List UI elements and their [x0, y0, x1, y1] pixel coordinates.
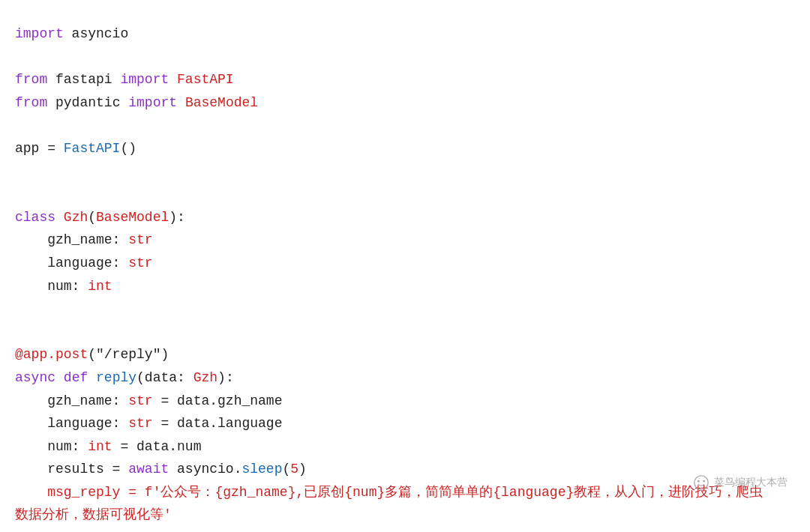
code-token: str — [128, 232, 152, 247]
svg-point-1 — [698, 480, 700, 483]
code-token: FastAPI — [64, 141, 121, 156]
code-token: gzh_name: — [15, 232, 128, 247]
code-line — [15, 46, 795, 69]
code-line: app = FastAPI() — [15, 137, 795, 160]
code-line: from pydantic import BaseModel — [15, 91, 795, 115]
code-token: ) — [298, 462, 307, 477]
code-token: language: — [15, 416, 128, 431]
code-token: = data.language — [153, 416, 283, 431]
code-token: ): — [218, 370, 234, 385]
code-container: import asyncio from fastapi import FastA… — [0, 0, 810, 532]
code-token: from — [15, 72, 47, 87]
svg-point-0 — [694, 476, 708, 489]
code-token: import — [128, 95, 177, 110]
code-line: num: int — [15, 275, 795, 298]
code-token: Gzh — [194, 370, 218, 385]
code-token: Gzh — [64, 210, 88, 225]
code-token: sleep — [242, 462, 282, 477]
code-token — [56, 370, 64, 385]
code-line: @app.post("/reply") — [15, 343, 795, 366]
code-token: int — [88, 439, 112, 454]
code-token: 数据分析，数据可视化等' — [15, 507, 172, 522]
code-line: async def reply(data: Gzh): — [15, 366, 795, 390]
code-token: ( — [282, 462, 290, 477]
code-token: asyncio. — [169, 462, 242, 477]
code-token: num: — [15, 279, 88, 294]
code-token: from — [15, 95, 47, 110]
code-line: language: str = data.language — [15, 412, 795, 435]
code-token: import — [120, 72, 169, 87]
code-token: app — [15, 141, 39, 156]
code-token: await — [128, 462, 169, 477]
code-token: BaseModel — [185, 95, 258, 110]
watermark: 菜鸟编程大本营 — [693, 474, 788, 491]
code-line: class Gzh(BaseModel): — [15, 206, 795, 229]
code-token — [88, 370, 96, 385]
code-token: results = — [15, 462, 128, 477]
code-line: from fastapi import FastAPI — [15, 68, 795, 91]
code-line — [15, 183, 795, 206]
code-token — [56, 210, 64, 225]
code-token: str — [128, 393, 152, 408]
code-token: reply — [96, 370, 136, 385]
code-token: @app.post — [15, 347, 88, 362]
code-line — [15, 321, 795, 344]
code-line: import asyncio — [15, 22, 795, 46]
code-token: = data.num — [112, 439, 202, 454]
code-token: BaseModel — [96, 210, 169, 225]
code-token: ( — [88, 210, 96, 225]
code-token: num: — [15, 439, 88, 454]
code-token: (data: — [136, 370, 194, 385]
code-line: num: int = data.num — [15, 435, 795, 459]
code-line — [15, 160, 795, 184]
code-token: msg_reply = f'公众号：{gzh_name},已原创{num}多篇，… — [15, 485, 763, 500]
code-token: asyncio — [64, 26, 128, 41]
code-line: msg_reply = f'公众号：{gzh_name},已原创{num}多篇，… — [15, 481, 795, 504]
code-line — [15, 114, 795, 137]
code-token: class — [15, 210, 56, 225]
code-line: gzh_name: str — [15, 229, 795, 252]
code-token: pydantic — [47, 95, 128, 110]
code-token: 5 — [290, 462, 298, 477]
code-token: = — [39, 141, 63, 156]
watermark-text: 菜鸟编程大本营 — [714, 476, 788, 489]
code-line: language: str — [15, 252, 795, 275]
code-token: gzh_name: — [15, 393, 128, 408]
code-token — [169, 72, 177, 87]
code-line: 数据分析，数据可视化等' — [15, 504, 795, 527]
code-token: () — [120, 141, 136, 156]
code-block: import asyncio from fastapi import FastA… — [15, 22, 795, 532]
code-token: language: — [15, 256, 128, 270]
code-token: int — [88, 279, 112, 294]
code-line: gzh_name: str = data.gzh_name — [15, 390, 795, 413]
code-token: import — [15, 26, 64, 41]
svg-point-2 — [703, 480, 705, 483]
watermark-icon — [693, 474, 710, 491]
code-token: str — [128, 416, 152, 431]
code-token — [177, 95, 185, 110]
code-token: fastapi — [47, 72, 120, 87]
code-line: return {'msg_reply': msg_reply} — [15, 527, 795, 532]
code-token: FastAPI — [177, 72, 234, 87]
code-token: ): — [169, 210, 185, 225]
code-token: async — [15, 370, 56, 385]
code-token: str — [128, 256, 152, 270]
code-line — [15, 297, 795, 321]
code-token: def — [64, 370, 88, 385]
code-token: = data.gzh_name — [153, 393, 283, 408]
code-line: results = await asyncio.sleep(5) — [15, 458, 795, 481]
code-token: ("/reply") — [88, 347, 169, 362]
